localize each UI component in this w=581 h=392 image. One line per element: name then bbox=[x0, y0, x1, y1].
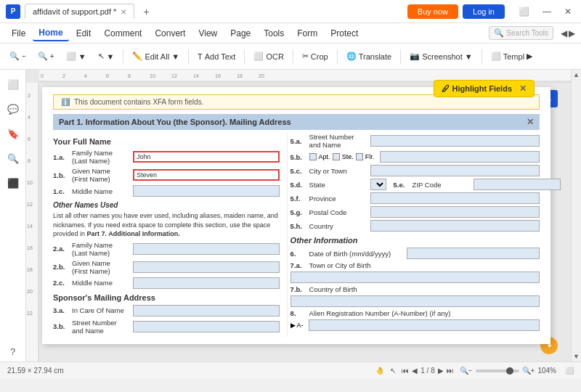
menu-page[interactable]: Page bbox=[224, 26, 256, 41]
first-page-button[interactable]: ⏮ bbox=[402, 367, 409, 375]
template-button[interactable]: ⬜ Templ ▶ bbox=[486, 49, 537, 63]
field-5d-num: 5.d. bbox=[290, 181, 306, 189]
field-5de-row: 5.d. State 5.e. ZIP Code bbox=[290, 179, 540, 190]
field-2b-row: 2.b. Given Name(First Name) bbox=[53, 259, 280, 275]
add-text-button[interactable]: T Add Text bbox=[192, 50, 240, 63]
last-page-button[interactable]: ⏭ bbox=[447, 367, 454, 375]
menu-comment[interactable]: Comment bbox=[98, 26, 147, 41]
next-page-button[interactable]: ▶ bbox=[438, 367, 444, 375]
panel-icon-comment[interactable]: 💬 bbox=[3, 99, 23, 119]
field-1b-row: 1.b. Given Name(First Name) bbox=[53, 167, 280, 183]
field-1a-input[interactable] bbox=[133, 151, 280, 163]
field-2a-input[interactable] bbox=[133, 243, 280, 255]
field-6-input[interactable] bbox=[407, 248, 540, 259]
search-tools-input[interactable]: 🔍 Search Tools bbox=[489, 26, 553, 40]
svg-text:6: 6 bbox=[28, 136, 31, 142]
field-7a-input[interactable] bbox=[290, 271, 540, 283]
add-text-icon: T bbox=[198, 52, 203, 61]
window-maximize[interactable]: — bbox=[539, 5, 555, 18]
apt-checkbox[interactable] bbox=[309, 153, 317, 160]
field-1c-input[interactable] bbox=[133, 185, 280, 197]
highlight-fields-button[interactable]: 🖊 Highlight Fields ✕ bbox=[434, 80, 535, 97]
panel-icon-layers[interactable]: ⬛ bbox=[3, 173, 23, 193]
field-5h-input[interactable] bbox=[370, 220, 540, 232]
field-7b-input[interactable] bbox=[290, 295, 540, 307]
vertical-scrollbar[interactable]: ▲ ▼ bbox=[571, 70, 581, 362]
ocr-button[interactable]: ⬜ OCR bbox=[248, 49, 288, 63]
field-3a-input[interactable] bbox=[133, 305, 280, 317]
field-1b-label: Given Name(First Name) bbox=[72, 167, 130, 183]
svg-text:10: 10 bbox=[150, 73, 155, 78]
field-5e-input[interactable] bbox=[474, 179, 561, 190]
menu-view[interactable]: View bbox=[192, 26, 223, 41]
login-button[interactable]: Log in bbox=[463, 4, 505, 19]
flr-checkbox[interactable] bbox=[356, 153, 363, 160]
field-5a-input[interactable] bbox=[370, 135, 540, 147]
field-5c-row: 5.c. City or Town bbox=[290, 165, 540, 176]
menu-form[interactable]: Form bbox=[291, 26, 323, 41]
menu-tools[interactable]: Tools bbox=[258, 26, 290, 41]
field-5c-input[interactable] bbox=[370, 165, 540, 176]
buy-now-button[interactable]: Buy now bbox=[407, 4, 458, 19]
tab-close-icon[interactable]: ✕ bbox=[121, 8, 126, 16]
panel-icon-bookmark[interactable]: 🔖 bbox=[3, 123, 23, 144]
zoom-in-status-button[interactable]: 🔍+ bbox=[522, 367, 535, 375]
panel-icon-page[interactable]: ⬜ bbox=[3, 74, 23, 94]
header-close-icon[interactable]: ✕ bbox=[527, 117, 534, 127]
screenshot-icon: 📷 bbox=[410, 52, 420, 61]
highlight-close-icon[interactable]: ✕ bbox=[519, 83, 527, 94]
window-close[interactable]: ✕ bbox=[561, 5, 575, 18]
panel-icon-help[interactable]: ? bbox=[3, 341, 23, 362]
fit-page-button[interactable]: ⬜ bbox=[565, 367, 574, 375]
window-minimize[interactable]: ⬜ bbox=[515, 5, 533, 18]
field-5g-input[interactable] bbox=[370, 206, 540, 218]
field-2b-input[interactable] bbox=[133, 261, 280, 273]
field-2c-input[interactable] bbox=[133, 277, 280, 289]
menu-file[interactable]: File bbox=[6, 26, 31, 41]
field-3b-input[interactable] bbox=[133, 321, 280, 332]
zoom-out-status-button[interactable]: 🔍− bbox=[460, 367, 473, 375]
new-tab-button[interactable]: + bbox=[139, 6, 153, 17]
svg-text:12: 12 bbox=[27, 202, 33, 207]
zoom-slider-thumb[interactable] bbox=[506, 367, 513, 375]
toolbar-sep1 bbox=[123, 49, 123, 64]
edit-all-button[interactable]: ✏️ Edit All ▼ bbox=[127, 49, 184, 63]
toolbar: 🔍 − 🔍 + ⬜▼ ↖▼ ✏️ Edit All ▼ T Add Text ⬜… bbox=[0, 44, 581, 70]
page-info: 1 / 8 bbox=[420, 367, 434, 375]
zoom-in-button[interactable]: 🔍 + bbox=[33, 49, 60, 63]
select-tool-button[interactable]: ⬜▼ bbox=[61, 49, 92, 63]
field-1b-input[interactable] bbox=[133, 169, 280, 181]
field-5f-label: Province bbox=[309, 195, 367, 203]
panel-icon-search[interactable]: 🔍 bbox=[3, 148, 23, 168]
edit-icon: ✏️ bbox=[132, 52, 142, 61]
translate-button[interactable]: 🌐 Translate bbox=[341, 49, 397, 63]
svg-text:8: 8 bbox=[128, 73, 131, 78]
active-tab[interactable]: affidavit of support.pdf * ✕ bbox=[25, 4, 134, 19]
select-tool-icon[interactable]: ↖ bbox=[390, 367, 396, 375]
field-5d-select[interactable] bbox=[370, 179, 386, 190]
zoom-out-button[interactable]: 🔍 − bbox=[4, 49, 31, 63]
menu-home[interactable]: Home bbox=[33, 25, 68, 41]
zoom-slider[interactable] bbox=[476, 369, 519, 372]
menu-edit[interactable]: Edit bbox=[70, 26, 97, 41]
scroll-up-button[interactable]: ▲ bbox=[572, 70, 582, 80]
nav-forward-icon[interactable]: ▶ bbox=[569, 28, 575, 38]
prev-page-button[interactable]: ◀ bbox=[412, 367, 418, 375]
screenshot-button[interactable]: 📷 Screenshot ▼ bbox=[405, 49, 478, 63]
menu-convert[interactable]: Convert bbox=[149, 26, 191, 41]
field-5b-input[interactable] bbox=[380, 151, 540, 163]
pdf-header: Part 1. Information About You (the Spons… bbox=[53, 114, 540, 130]
hand-tool-icon[interactable]: 🤚 bbox=[375, 367, 384, 375]
field-7b-num: 7.b. bbox=[290, 285, 306, 293]
field-5f-input[interactable] bbox=[370, 192, 540, 204]
field-2c-num: 2.c. bbox=[53, 279, 69, 287]
field-8-input[interactable] bbox=[309, 319, 540, 331]
field-2c-label: Middle Name bbox=[72, 279, 130, 287]
nav-back-icon[interactable]: ◀ bbox=[561, 28, 567, 38]
ste-checkbox[interactable] bbox=[333, 153, 340, 160]
cursor-tool-button[interactable]: ↖▼ bbox=[93, 49, 120, 63]
crop-button[interactable]: ✂ Crop bbox=[297, 49, 333, 63]
field-5h-label: Country bbox=[309, 222, 367, 230]
scroll-down-button[interactable]: ▼ bbox=[572, 351, 582, 362]
menu-protect[interactable]: Protect bbox=[325, 26, 364, 41]
